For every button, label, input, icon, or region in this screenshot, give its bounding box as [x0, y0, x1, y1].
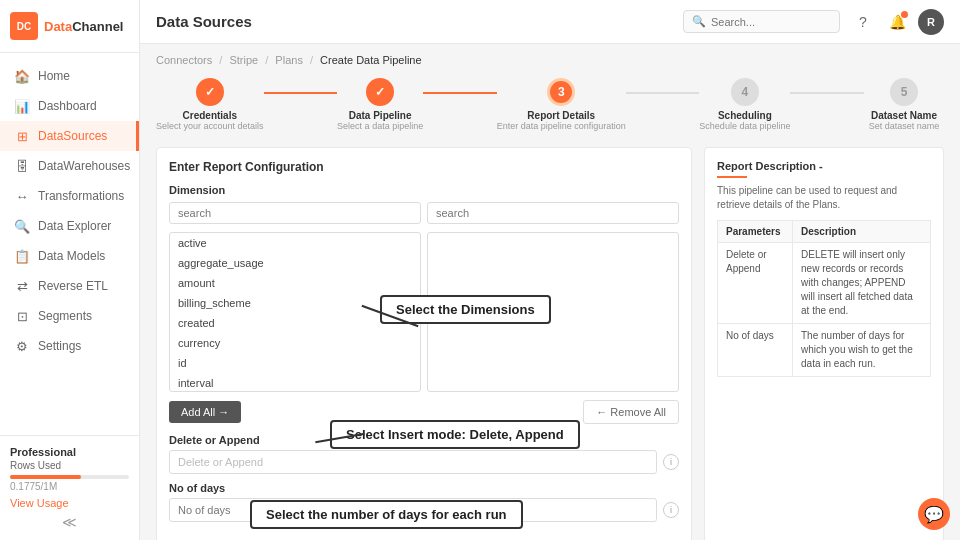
param-desc-0: DELETE will insert only new records or r… — [793, 243, 931, 324]
params-col-header: Parameters — [718, 221, 793, 243]
sidebar-item-reverse-etl[interactable]: ⇄Reverse ETL — [0, 271, 139, 301]
nav-label-8: Segments — [38, 309, 92, 323]
dim-list-left: activeaggregate_usageamountbilling_schem… — [169, 232, 421, 392]
dim-item-1[interactable]: aggregate_usage — [170, 253, 420, 273]
nav-icon-3: 🗄 — [14, 158, 30, 174]
param-row-0: Delete or AppendDELETE will insert only … — [718, 243, 931, 324]
nav-label-0: Home — [38, 69, 70, 83]
sidebar-item-datasources[interactable]: ⊞DataSources — [0, 121, 139, 151]
nav-label-2: DataSources — [38, 129, 107, 143]
search-input[interactable] — [711, 16, 831, 28]
sidebar: DC DataChannel 🏠Home📊Dashboard⊞DataSourc… — [0, 0, 140, 540]
no-of-days-group: No of days i — [169, 482, 679, 522]
avatar[interactable]: R — [918, 9, 944, 35]
nav-icon-2: ⊞ — [14, 128, 30, 144]
breadcrumb-part-0[interactable]: Connectors — [156, 54, 212, 66]
nav-label-3: DataWarehouses — [38, 159, 130, 173]
chat-bubble[interactable]: 💬 — [918, 498, 950, 530]
view-usage-link[interactable]: View Usage — [10, 497, 69, 509]
step-label-4: Dataset Name — [871, 110, 937, 121]
stepper-connector-1 — [423, 92, 497, 94]
dim-item-5[interactable]: currency — [170, 333, 420, 353]
plan-label: Professional — [10, 446, 129, 458]
logo-icon: DC — [10, 12, 38, 40]
usage-text: 0.1775/1M — [10, 481, 129, 492]
nav-icon-6: 📋 — [14, 248, 30, 264]
dim-item-4[interactable]: created — [170, 313, 420, 333]
sidebar-item-transformations[interactable]: ↔Transformations — [0, 181, 139, 211]
sidebar-item-dashboard[interactable]: 📊Dashboard — [0, 91, 139, 121]
nav-label-1: Dashboard — [38, 99, 97, 113]
add-all-button[interactable]: Add All → — [169, 401, 241, 423]
sidebar-item-home[interactable]: 🏠Home — [0, 61, 139, 91]
delete-append-row: Delete or Append Delete Append i — [169, 450, 679, 474]
step-circle-2: 3 — [547, 78, 575, 106]
no-of-days-info-icon[interactable]: i — [663, 502, 679, 518]
dim-list-right — [427, 232, 679, 392]
step-4[interactable]: 5Dataset NameSet dataset name — [864, 78, 944, 131]
sidebar-item-data-explorer[interactable]: 🔍Data Explorer — [0, 211, 139, 241]
step-label-3: Scheduling — [718, 110, 772, 121]
report-desc-line — [717, 176, 747, 178]
step-label-0: Credentials — [183, 110, 237, 121]
notification-icon[interactable]: 🔔 — [884, 9, 910, 35]
no-of-days-row: i — [169, 498, 679, 522]
search-box[interactable]: 🔍 — [683, 10, 840, 33]
sidebar-footer: Professional Rows Used 0.1775/1M View Us… — [0, 435, 139, 540]
header-right: 🔍 ? 🔔 R — [683, 9, 944, 35]
param-name-0: Delete or Append — [718, 243, 793, 324]
nav-label-6: Data Models — [38, 249, 105, 263]
dim-item-6[interactable]: id — [170, 353, 420, 373]
step-2[interactable]: 3Report DetailsEnter data pipeline confi… — [497, 78, 626, 131]
dim-item-3[interactable]: billing_scheme — [170, 293, 420, 313]
dim-item-7[interactable]: interval — [170, 373, 420, 392]
nav-icon-1: 📊 — [14, 98, 30, 114]
breadcrumb-part-1[interactable]: Stripe — [229, 54, 258, 66]
stepper-connector-3 — [790, 92, 864, 94]
nav-label-4: Transformations — [38, 189, 124, 203]
breadcrumb-sep-1: / — [262, 54, 271, 66]
step-sub-4: Set dataset name — [869, 121, 940, 131]
sidebar-item-datawarehouses[interactable]: 🗄DataWarehouses — [0, 151, 139, 181]
delete-append-select[interactable]: Delete or Append Delete Append — [169, 450, 657, 474]
dim-item-0[interactable]: active — [170, 233, 420, 253]
nav-icon-9: ⚙ — [14, 338, 30, 354]
dim-search-left[interactable] — [169, 202, 421, 224]
breadcrumb-part-3: Create Data Pipeline — [320, 54, 422, 66]
sidebar-item-settings[interactable]: ⚙Settings — [0, 331, 139, 361]
content-area: Connectors / Stripe / Plans / Create Dat… — [140, 44, 960, 540]
step-sub-3: Schedule data pipeline — [699, 121, 790, 131]
stepper: ✓CredentialsSelect your account details✓… — [156, 78, 944, 131]
nav-label-7: Reverse ETL — [38, 279, 108, 293]
logo: DC DataChannel — [0, 0, 139, 53]
nav-icon-4: ↔ — [14, 188, 30, 204]
nav-icon-8: ⊡ — [14, 308, 30, 324]
breadcrumb-part-2[interactable]: Plans — [275, 54, 303, 66]
step-1[interactable]: ✓Data PipelineSelect a data pipeline — [337, 78, 423, 131]
step-circle-3: 4 — [731, 78, 759, 106]
step-3[interactable]: 4SchedulingSchedule data pipeline — [699, 78, 790, 131]
step-label-2: Report Details — [527, 110, 595, 121]
dim-search-right[interactable] — [427, 202, 679, 224]
nav-icon-5: 🔍 — [14, 218, 30, 234]
param-name-1: No of days — [718, 324, 793, 377]
sidebar-item-segments[interactable]: ⊡Segments — [0, 301, 139, 331]
no-of-days-input[interactable] — [169, 498, 657, 522]
dim-item-2[interactable]: amount — [170, 273, 420, 293]
header: Data Sources 🔍 ? 🔔 R — [140, 0, 960, 44]
desc-col-header: Description — [793, 221, 931, 243]
step-0[interactable]: ✓CredentialsSelect your account details — [156, 78, 264, 131]
remove-all-button[interactable]: ← Remove All — [583, 400, 679, 424]
no-of-days-label: No of days — [169, 482, 679, 494]
sidebar-item-data-models[interactable]: 📋Data Models — [0, 241, 139, 271]
breadcrumb: Connectors / Stripe / Plans / Create Dat… — [156, 54, 944, 66]
form-area: Enter Report Configuration Dimension act… — [156, 147, 944, 540]
delete-append-info-icon[interactable]: i — [663, 454, 679, 470]
breadcrumb-sep-0: / — [216, 54, 225, 66]
report-desc-title: Report Description - — [717, 160, 931, 172]
nav-icon-7: ⇄ — [14, 278, 30, 294]
params-table: Parameters Description Delete or AppendD… — [717, 220, 931, 377]
search-icon: 🔍 — [692, 15, 706, 28]
help-icon[interactable]: ? — [850, 9, 876, 35]
collapse-btn[interactable]: ≪ — [10, 514, 129, 530]
